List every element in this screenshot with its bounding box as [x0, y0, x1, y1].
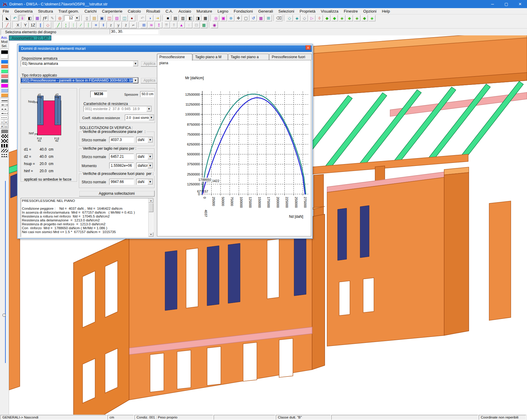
menu-carichi[interactable]: Carichi — [82, 8, 99, 14]
cube-wire3-icon[interactable]: ◇ — [301, 15, 308, 21]
axis-x-icon[interactable]: X — [14, 22, 21, 28]
colormap-icon[interactable]: ▦ — [200, 22, 207, 28]
cube-solid-icon[interactable]: ◆ — [324, 15, 330, 21]
sidebar-tab-ass[interactable]: Ass. — [0, 35, 9, 40]
snap-z2-icon[interactable]: ż — [122, 22, 129, 28]
linestyle-dashdotdot[interactable] — [1, 112, 8, 115]
polygon-icon[interactable]: ◇ — [44, 22, 51, 28]
report-scrollbar[interactable]: ▲ ▼ — [148, 198, 153, 237]
cube-down-icon[interactable]: ◆ — [331, 15, 338, 21]
bw-display-icon[interactable]: ◧ — [26, 15, 33, 21]
symbol-button[interactable]: ◇ — [4, 124, 8, 128]
pattern-p3[interactable] — [1, 139, 8, 143]
move-down-icon[interactable]: ⇓ — [19, 15, 26, 21]
value-input[interactable]: 9947.66 — [109, 179, 134, 185]
caratteristiche-combobox[interactable]: 001) esistente 2 37.8 0.945 18.9 ▼ — [83, 106, 152, 112]
chevron-down-icon[interactable]: ▼ — [149, 115, 154, 120]
rinforzo-combobox[interactable]: 002) Pressoflessione - pannelli e fasce … — [21, 77, 138, 83]
axis-z-icon[interactable]: 1Z — [29, 22, 36, 28]
material-sphere-icon[interactable]: ◉ — [211, 22, 218, 28]
move-up-icon[interactable]: ↥ — [155, 22, 162, 28]
value-input[interactable]: 4037.3 — [109, 137, 134, 143]
color-swatch-4[interactable] — [1, 69, 8, 73]
color-swatch-1[interactable] — [1, 55, 8, 59]
menu-trasfgeom[interactable]: Trasf.geom. — [56, 8, 82, 14]
value-input[interactable]: 6457.21 — [109, 154, 134, 160]
sheet-info-icon[interactable]: ⊞ — [140, 22, 147, 28]
model-copy-icon[interactable]: ◫ — [121, 15, 128, 21]
color-swatch-9[interactable] — [1, 93, 8, 97]
sidebar-circle-marker[interactable] — [2, 314, 6, 317]
dash-icon[interactable]: ┊ — [85, 22, 92, 28]
maximize-button[interactable]: ▢ — [499, 0, 513, 8]
scroll-down-icon[interactable]: ▼ — [149, 232, 153, 237]
cube-rotate-icon[interactable]: ◆ — [346, 15, 353, 21]
disposizione-combobox[interactable]: 01) Nessuna armatura ▼ — [21, 61, 138, 67]
spessore-value[interactable]: 50.0 cm — [140, 91, 154, 97]
points-icon[interactable]: ⋮ — [70, 22, 77, 28]
chevron-down-icon[interactable]: ▼ — [146, 106, 152, 112]
menu-calcolo[interactable]: Calcolo — [125, 8, 143, 14]
color-swatch-3[interactable] — [1, 64, 8, 68]
scrollbar-thumb[interactable] — [149, 203, 153, 212]
fontsize-select[interactable]: 12▼ — [64, 15, 80, 21]
axis-y-icon[interactable]: Y — [22, 22, 29, 28]
draw-line-icon[interactable]: ╱ — [4, 22, 11, 28]
view-direction-icon[interactable]: ▷ — [309, 15, 315, 21]
view-solid-icon[interactable]: ▩ — [257, 15, 264, 21]
zoom-in-icon[interactable]: ⊕ — [227, 15, 234, 21]
unit-select[interactable]: daN▼ — [136, 137, 153, 143]
middle-icon[interactable]: ǁ — [100, 22, 107, 28]
color-swatch-0[interactable] — [1, 50, 8, 54]
segment2-icon[interactable]: ∕ — [77, 22, 84, 28]
dialog-titlebar[interactable]: Domini di resistenza di elementi murari — [19, 45, 312, 52]
value-input[interactable]: 1.55982e+06 — [109, 163, 134, 169]
pattern-p5[interactable] — [1, 148, 8, 152]
cube-iso-icon[interactable]: ◆ — [361, 15, 368, 21]
cube-view-icon[interactable]: ◈ — [369, 15, 375, 21]
model-select-icon[interactable]: ▨ — [113, 15, 120, 21]
snap-pointer-icon[interactable]: ✎ — [49, 15, 56, 21]
copy-up-icon[interactable]: ⇈ — [163, 22, 170, 28]
chart-tab-1[interactable]: Taglio piano a M cost. — [193, 54, 228, 60]
pan-icon[interactable]: ✥ — [235, 15, 242, 21]
layout-cols-icon[interactable]: ▥ — [179, 15, 186, 21]
coordinate-input[interactable]: 30., 30. — [110, 29, 158, 34]
menu-generali[interactable]: Generali — [255, 8, 276, 14]
sidebar-tab-mod[interactable]: Mod — [0, 40, 9, 44]
unit-select[interactable]: daNcm▼ — [136, 163, 153, 169]
eraser-icon[interactable]: ⌫ — [276, 15, 282, 21]
linestyle-solid[interactable] — [1, 99, 8, 103]
rotate-view-icon[interactable]: ↶ — [11, 15, 18, 21]
chevron-down-icon[interactable]: ▼ — [74, 15, 80, 21]
menu-finestre[interactable]: Finestre — [341, 8, 360, 14]
doc-up-icon[interactable]: ⊡ — [193, 22, 200, 28]
applica-rinforzo-button[interactable]: Applica — [141, 77, 158, 83]
font-icon[interactable]: ƒF — [41, 15, 48, 21]
chevron-down-icon[interactable]: ▼ — [148, 179, 153, 184]
symbol-button[interactable]: ○ — [0, 120, 4, 124]
undo-icon[interactable]: ↶ — [139, 15, 146, 21]
menu-visualizza[interactable]: Visualizza — [318, 8, 341, 14]
divide-icon[interactable]: ¦ — [62, 22, 69, 28]
snap-z-icon[interactable]: z — [107, 22, 114, 28]
new-file-icon[interactable]: ▯ — [83, 15, 90, 21]
pattern-p2[interactable] — [1, 134, 8, 138]
menu-geometria[interactable]: Geometria — [12, 8, 35, 14]
hatch-icon[interactable]: ≋ — [148, 22, 155, 28]
fontsize-value[interactable]: 12 — [64, 15, 74, 21]
view-mode-icon[interactable]: ◑ — [146, 15, 153, 21]
snap-y-icon[interactable]: y — [115, 22, 122, 28]
sidebar-tab-sel[interactable]: Sel. — [0, 44, 9, 48]
menu-ca[interactable]: C.A. — [163, 8, 176, 14]
color-swatch-5[interactable] — [1, 74, 8, 78]
open-file-icon[interactable]: ▤ — [91, 15, 98, 21]
render-sphere-icon[interactable]: ● — [128, 15, 135, 21]
color-swatch-2[interactable] — [1, 60, 8, 64]
pattern-p1[interactable] — [1, 129, 8, 133]
menu-help[interactable]: Help — [379, 8, 393, 14]
applica-disposizione-button[interactable]: Applica — [141, 61, 158, 67]
unit-select[interactable]: daN▼ — [136, 154, 153, 160]
color-swatch-7[interactable] — [1, 84, 8, 88]
ref-up-icon[interactable]: ⇑ — [170, 22, 177, 28]
